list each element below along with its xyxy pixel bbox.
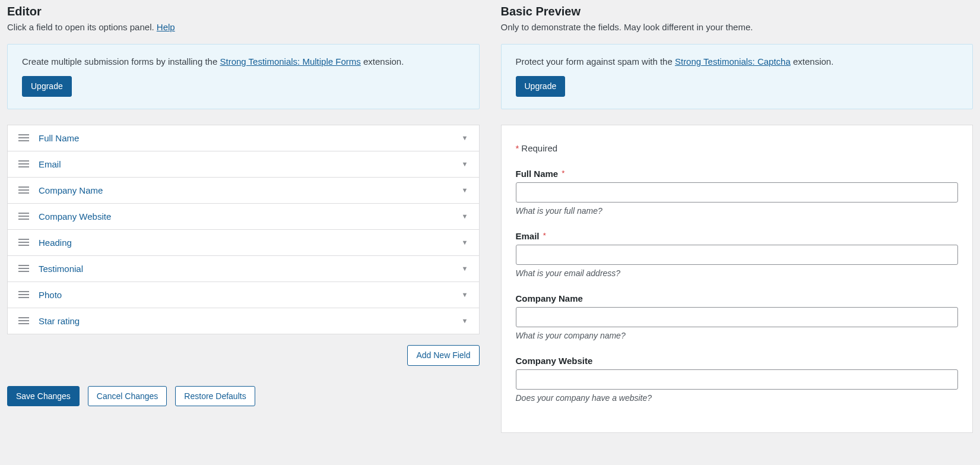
caret-down-icon[interactable]: ▼	[462, 134, 468, 141]
form-text-input[interactable]	[516, 245, 959, 265]
svg-rect-23	[18, 323, 29, 324]
drag-handle-icon[interactable]	[18, 238, 29, 246]
svg-rect-17	[18, 271, 29, 272]
form-field-help: What is your full name?	[516, 206, 959, 216]
form-field-label: Company Website	[516, 356, 959, 366]
form-text-input[interactable]	[516, 369, 959, 390]
field-row-label: Company Name	[39, 185, 452, 195]
svg-rect-5	[18, 166, 29, 167]
svg-rect-20	[18, 297, 29, 298]
svg-rect-8	[18, 192, 29, 194]
caret-down-icon[interactable]: ▼	[462, 317, 468, 324]
field-row[interactable]: Photo▼	[8, 282, 479, 308]
required-legend: *Required	[516, 143, 959, 153]
required-star-icon: *	[543, 231, 546, 240]
caret-down-icon[interactable]: ▼	[462, 239, 468, 246]
field-list: Full Name▼Email▼Company Name▼Company Web…	[7, 125, 480, 334]
required-star-icon: *	[562, 169, 564, 178]
preview-panel: *Required Full Name *What is your full n…	[501, 125, 973, 433]
field-row[interactable]: Company Name▼	[8, 178, 479, 204]
drag-handle-icon[interactable]	[18, 264, 29, 273]
form-field-label: Company Name	[516, 293, 959, 303]
form-group: Company NameWhat is your company name?	[516, 293, 959, 340]
svg-rect-9	[18, 213, 29, 214]
editor-upsell-notice: Create multiple submission forms by inst…	[7, 44, 480, 109]
preview-column: Basic Preview Only to demonstrate the fi…	[501, 0, 973, 433]
form-field-label: Full Name *	[516, 169, 959, 179]
restore-defaults-button[interactable]: Restore Defaults	[175, 386, 255, 407]
svg-rect-15	[18, 265, 29, 266]
svg-rect-13	[18, 242, 29, 243]
form-text-input[interactable]	[516, 182, 959, 203]
field-row-label: Heading	[39, 238, 452, 248]
upgrade-button[interactable]: Upgrade	[516, 76, 566, 97]
field-row-label: Email	[39, 159, 452, 169]
svg-rect-16	[18, 268, 29, 269]
form-group: Full Name *What is your full name?	[516, 169, 959, 216]
drag-handle-icon[interactable]	[18, 317, 29, 325]
field-row-label: Company Website	[39, 211, 452, 222]
field-row[interactable]: Email▼	[8, 151, 479, 178]
help-link[interactable]: Help	[157, 22, 175, 32]
svg-rect-21	[18, 317, 29, 318]
editor-column: Editor Click a field to open its options…	[7, 0, 480, 406]
svg-rect-4	[18, 163, 29, 165]
caret-down-icon[interactable]: ▼	[462, 213, 468, 220]
editor-subtext: Click a field to open its options panel.…	[7, 22, 480, 32]
field-row-label: Testimonial	[39, 264, 452, 274]
cancel-changes-button[interactable]: Cancel Changes	[88, 386, 167, 407]
svg-rect-22	[18, 320, 29, 321]
field-row[interactable]: Full Name▼	[8, 125, 479, 151]
form-field-help: What is your email address?	[516, 268, 959, 278]
editor-heading: Editor	[7, 5, 480, 18]
svg-rect-1	[18, 137, 29, 138]
drag-handle-icon[interactable]	[18, 134, 29, 142]
field-row-label: Photo	[39, 290, 452, 300]
svg-rect-19	[18, 294, 29, 295]
svg-rect-11	[18, 219, 29, 220]
drag-handle-icon[interactable]	[18, 212, 29, 220]
svg-rect-7	[18, 189, 29, 191]
preview-upsell-notice: Protect your form against spam with the …	[501, 44, 973, 109]
save-changes-button[interactable]: Save Changes	[7, 386, 80, 407]
field-row[interactable]: Testimonial▼	[8, 256, 479, 282]
preview-heading: Basic Preview	[501, 5, 973, 18]
field-row[interactable]: Star rating▼	[8, 308, 479, 334]
svg-rect-14	[18, 245, 29, 246]
caret-down-icon[interactable]: ▼	[462, 186, 468, 194]
field-row-label: Full Name	[39, 133, 452, 143]
field-row-label: Star rating	[39, 316, 452, 326]
upgrade-button[interactable]: Upgrade	[22, 76, 72, 97]
svg-rect-6	[18, 186, 29, 188]
caret-down-icon[interactable]: ▼	[462, 265, 468, 272]
drag-handle-icon[interactable]	[18, 160, 29, 168]
svg-rect-2	[18, 140, 29, 141]
form-field-help: Does your company have a website?	[516, 393, 959, 403]
form-group: Company WebsiteDoes your company have a …	[516, 356, 959, 403]
form-field-label: Email *	[516, 231, 959, 241]
preview-subtext: Only to demonstrate the fields. May look…	[501, 22, 973, 32]
form-text-input[interactable]	[516, 307, 959, 327]
add-new-field-button[interactable]: Add New Field	[407, 345, 479, 366]
captcha-link[interactable]: Strong Testimonials: Captcha	[675, 56, 791, 67]
multiple-forms-link[interactable]: Strong Testimonials: Multiple Forms	[220, 56, 360, 67]
caret-down-icon[interactable]: ▼	[462, 291, 468, 298]
caret-down-icon[interactable]: ▼	[462, 160, 468, 167]
required-star-icon: *	[516, 143, 519, 153]
svg-rect-12	[18, 239, 29, 240]
svg-rect-18	[18, 291, 29, 292]
field-row[interactable]: Company Website▼	[8, 204, 479, 230]
svg-rect-10	[18, 216, 29, 217]
svg-rect-3	[18, 160, 29, 162]
drag-handle-icon[interactable]	[18, 186, 29, 194]
field-row[interactable]: Heading▼	[8, 230, 479, 256]
drag-handle-icon[interactable]	[18, 290, 29, 299]
svg-rect-0	[18, 134, 29, 135]
form-field-help: What is your company name?	[516, 331, 959, 340]
preview-form: Full Name *What is your full name?Email …	[516, 169, 959, 403]
form-group: Email *What is your email address?	[516, 231, 959, 278]
